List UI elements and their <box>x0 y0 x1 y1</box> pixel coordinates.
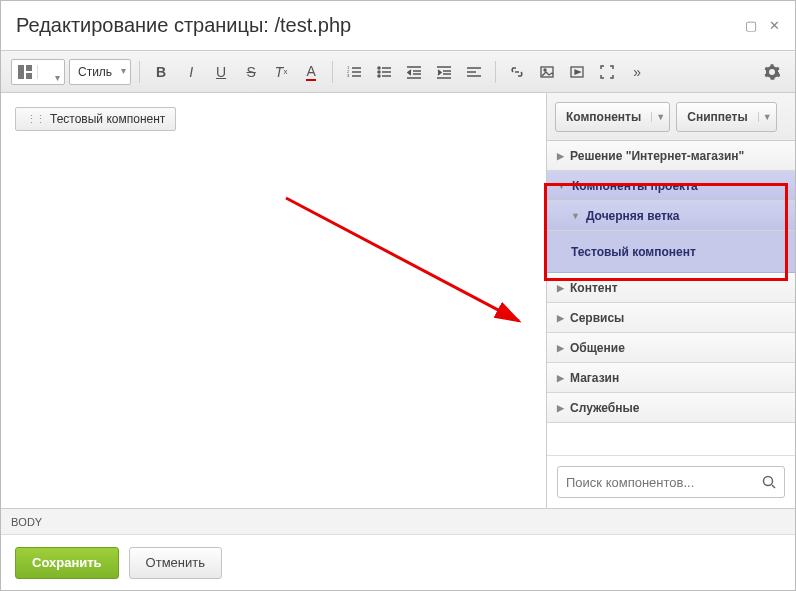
component-search[interactable] <box>557 466 785 498</box>
caret-right-icon: ▶ <box>557 373 564 383</box>
tab-components[interactable]: Компоненты ▼ <box>555 102 670 132</box>
tree-item-child-branch[interactable]: ▼ Дочерняя ветка <box>547 201 795 231</box>
svg-marker-29 <box>575 70 580 74</box>
sidebar-tabs: Компоненты ▼ Сниппеты ▼ <box>547 93 795 141</box>
caret-right-icon: ▶ <box>557 403 564 413</box>
ordered-list-button[interactable]: 123 <box>341 59 367 85</box>
search-wrap <box>547 455 795 508</box>
tree-item-shop[interactable]: ▶ Магазин <box>547 363 795 393</box>
caret-right-icon: ▶ <box>557 313 564 323</box>
component-search-input[interactable] <box>566 475 762 490</box>
svg-text:3: 3 <box>347 73 350 78</box>
tree-item-content[interactable]: ▶ Контент <box>547 273 795 303</box>
window-title: Редактирование страницы: /test.php <box>16 14 351 37</box>
tree-item-communication[interactable]: ▶ Общение <box>547 333 795 363</box>
tree-leaf-test-component[interactable]: Тестовый компонент <box>547 231 795 273</box>
tree-item-project-components[interactable]: ▼ Компоненты проекта <box>547 171 795 201</box>
tab-snippets[interactable]: Сниппеты ▼ <box>676 102 776 132</box>
statusbar: BODY <box>1 508 795 534</box>
grip-icon: ⋮⋮ <box>26 113 44 126</box>
link-button[interactable] <box>504 59 530 85</box>
sidebar: Компоненты ▼ Сниппеты ▼ ▶ Решение "Интер… <box>547 93 795 508</box>
align-button[interactable] <box>461 59 487 85</box>
svg-rect-2 <box>26 73 32 79</box>
titlebar: Редактирование страницы: /test.php ▢ ✕ <box>1 1 795 51</box>
more-button[interactable]: » <box>624 59 650 85</box>
component-chip[interactable]: ⋮⋮ Тестовый компонент <box>15 107 176 131</box>
close-icon[interactable]: ✕ <box>769 18 780 33</box>
maximize-icon[interactable]: ▢ <box>745 18 757 33</box>
svg-point-30 <box>764 477 773 486</box>
svg-point-27 <box>544 69 546 71</box>
settings-button[interactable] <box>759 59 785 85</box>
outdent-button[interactable] <box>401 59 427 85</box>
caret-down-icon: ▼ <box>571 211 580 221</box>
svg-point-11 <box>378 75 380 77</box>
bold-button[interactable]: B <box>148 59 174 85</box>
chevron-down-icon: ▼ <box>758 112 776 122</box>
caret-right-icon: ▶ <box>557 151 564 161</box>
svg-point-9 <box>378 67 380 69</box>
style-select[interactable]: Стиль <box>69 59 131 85</box>
titlebar-controls: ▢ ✕ <box>745 18 780 33</box>
clear-format-button[interactable]: Tx <box>268 59 294 85</box>
style-select-label: Стиль <box>70 65 130 79</box>
search-icon <box>762 475 776 489</box>
component-chip-label: Тестовый компонент <box>50 112 165 126</box>
tree-item-services[interactable]: ▶ Сервисы <box>547 303 795 333</box>
caret-right-icon: ▶ <box>557 343 564 353</box>
separator <box>332 61 333 83</box>
strike-button[interactable]: S <box>238 59 264 85</box>
svg-rect-0 <box>18 65 24 79</box>
svg-rect-1 <box>26 65 32 71</box>
svg-line-31 <box>772 485 775 488</box>
layout-template-select[interactable] <box>11 59 65 85</box>
underline-button[interactable]: U <box>208 59 234 85</box>
save-button[interactable]: Сохранить <box>15 547 119 579</box>
body-area: ⋮⋮ Тестовый компонент Компоненты ▼ Снипп… <box>1 93 795 508</box>
indent-button[interactable] <box>431 59 457 85</box>
caret-right-icon: ▶ <box>557 283 564 293</box>
separator <box>495 61 496 83</box>
unordered-list-button[interactable] <box>371 59 397 85</box>
fullscreen-button[interactable] <box>594 59 620 85</box>
editor-canvas[interactable]: ⋮⋮ Тестовый компонент <box>1 93 547 508</box>
tree-item-internet-shop[interactable]: ▶ Решение "Интернет-магазин" <box>547 141 795 171</box>
dom-path: BODY <box>11 516 42 528</box>
svg-point-10 <box>378 71 380 73</box>
component-tree: ▶ Решение "Интернет-магазин" ▼ Компонент… <box>547 141 795 455</box>
toolbar: Стиль B I U S Tx A 123 <box>1 51 795 93</box>
chevron-down-icon: ▼ <box>651 112 669 122</box>
cancel-button[interactable]: Отменить <box>129 547 222 579</box>
tree-item-system[interactable]: ▶ Служебные <box>547 393 795 423</box>
video-button[interactable] <box>564 59 590 85</box>
layout-icon <box>12 65 38 79</box>
editor-window: Редактирование страницы: /test.php ▢ ✕ С… <box>0 0 796 591</box>
caret-down-icon: ▼ <box>557 181 566 191</box>
image-button[interactable] <box>534 59 560 85</box>
text-color-button[interactable]: A <box>298 59 324 85</box>
separator <box>139 61 140 83</box>
italic-button[interactable]: I <box>178 59 204 85</box>
footer: Сохранить Отменить <box>1 534 795 590</box>
